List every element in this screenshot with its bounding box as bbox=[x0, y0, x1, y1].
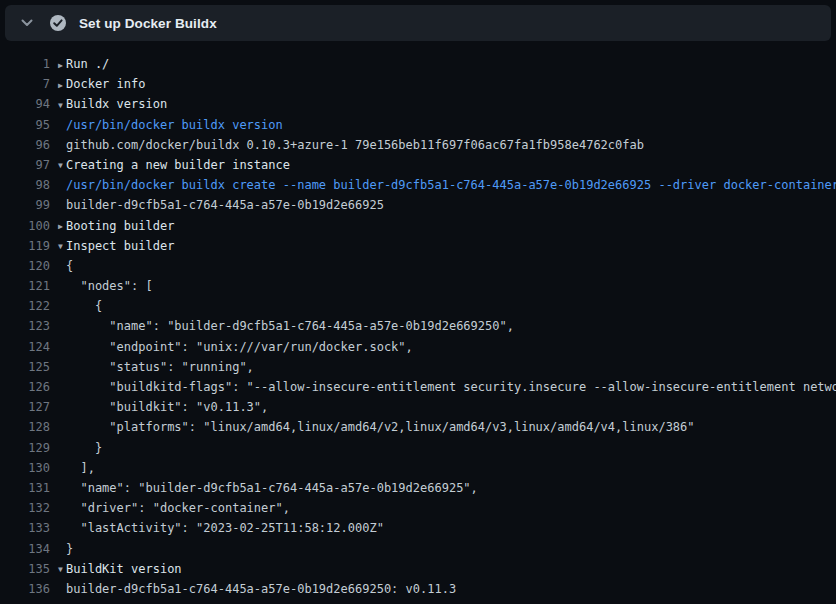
group-title[interactable]: Run ./ bbox=[66, 57, 109, 71]
line-number[interactable]: 134 bbox=[0, 539, 50, 559]
line-number[interactable]: 97 bbox=[0, 155, 50, 175]
line-number[interactable]: 99 bbox=[0, 195, 50, 215]
log-line: 134} bbox=[0, 539, 836, 559]
log-line: 96github.com/docker/buildx 0.10.3+azure-… bbox=[0, 135, 836, 155]
output-text: { bbox=[66, 259, 73, 273]
line-number[interactable]: 121 bbox=[0, 276, 50, 296]
line-number[interactable]: 126 bbox=[0, 377, 50, 397]
line-number[interactable]: 128 bbox=[0, 417, 50, 437]
expand-group-icon[interactable]: ▶ bbox=[58, 76, 66, 96]
log-viewer: 1▶Run ./7▶Docker info94▼Buildx version95… bbox=[0, 41, 836, 599]
check-circle-icon bbox=[49, 14, 67, 32]
log-line: 130 ], bbox=[0, 458, 836, 478]
log-line: 1▶Run ./ bbox=[0, 54, 836, 74]
output-text: "name": "builder-d9cfb5a1-c764-445a-a57e… bbox=[66, 481, 478, 495]
log-line: 125 "status": "running", bbox=[0, 357, 836, 377]
line-number[interactable]: 7 bbox=[0, 74, 50, 94]
group-title[interactable]: Docker info bbox=[66, 77, 145, 91]
log-line: 94▼Buildx version bbox=[0, 94, 836, 114]
output-text: "name": "builder-d9cfb5a1-c764-445a-a57e… bbox=[66, 319, 514, 333]
output-text: } bbox=[66, 542, 73, 556]
line-number[interactable]: 129 bbox=[0, 438, 50, 458]
log-line: 124 "endpoint": "unix:///var/run/docker.… bbox=[0, 337, 836, 357]
command-text: /usr/bin/docker buildx create --name bui… bbox=[66, 178, 836, 192]
log-line: 128 "platforms": "linux/amd64,linux/amd6… bbox=[0, 417, 836, 437]
line-number[interactable]: 120 bbox=[0, 256, 50, 276]
log-line: 123 "name": "builder-d9cfb5a1-c764-445a-… bbox=[0, 316, 836, 336]
line-number[interactable]: 125 bbox=[0, 357, 50, 377]
output-text: } bbox=[66, 441, 102, 455]
line-number[interactable]: 95 bbox=[0, 115, 50, 135]
output-text: { bbox=[66, 299, 102, 313]
output-text: "platforms": "linux/amd64,linux/amd64/v2… bbox=[66, 420, 695, 434]
line-number[interactable]: 131 bbox=[0, 478, 50, 498]
collapse-group-icon[interactable]: ▼ bbox=[58, 156, 66, 176]
line-number[interactable]: 100 bbox=[0, 216, 50, 236]
output-text: "buildkit": "v0.11.3", bbox=[66, 400, 268, 414]
line-number[interactable]: 127 bbox=[0, 397, 50, 417]
line-number[interactable]: 119 bbox=[0, 236, 50, 256]
log-line: 98/usr/bin/docker buildx create --name b… bbox=[0, 175, 836, 195]
log-line: 131 "name": "builder-d9cfb5a1-c764-445a-… bbox=[0, 478, 836, 498]
log-line: 7▶Docker info bbox=[0, 74, 836, 94]
log-line: 127 "buildkit": "v0.11.3", bbox=[0, 397, 836, 417]
line-number[interactable]: 124 bbox=[0, 337, 50, 357]
collapse-group-icon[interactable]: ▼ bbox=[58, 560, 66, 580]
output-text: "endpoint": "unix:///var/run/docker.sock… bbox=[66, 340, 413, 354]
log-line: 97▼Creating a new builder instance bbox=[0, 155, 836, 175]
log-line: 100▶Booting builder bbox=[0, 216, 836, 236]
log-line: 133 "lastActivity": "2023-02-25T11:58:12… bbox=[0, 518, 836, 538]
output-text: "buildkitd-flags": "--allow-insecure-ent… bbox=[66, 380, 836, 394]
group-title[interactable]: Inspect builder bbox=[66, 239, 174, 253]
log-line: 126 "buildkitd-flags": "--allow-insecure… bbox=[0, 377, 836, 397]
line-number[interactable]: 122 bbox=[0, 296, 50, 316]
step-header[interactable]: Set up Docker Buildx bbox=[5, 5, 831, 41]
log-line: 132 "driver": "docker-container", bbox=[0, 498, 836, 518]
log-line: 121 "nodes": [ bbox=[0, 276, 836, 296]
line-number[interactable]: 135 bbox=[0, 559, 50, 579]
group-title[interactable]: Buildx version bbox=[66, 97, 167, 111]
collapse-group-icon[interactable]: ▼ bbox=[58, 237, 66, 257]
line-number[interactable]: 123 bbox=[0, 316, 50, 336]
line-number[interactable]: 98 bbox=[0, 175, 50, 195]
log-line: 136builder-d9cfb5a1-c764-445a-a57e-0b19d… bbox=[0, 579, 836, 599]
output-text: "driver": "docker-container", bbox=[66, 501, 290, 515]
line-number[interactable]: 94 bbox=[0, 94, 50, 114]
output-text: "lastActivity": "2023-02-25T11:58:12.000… bbox=[66, 521, 384, 535]
output-text: builder-d9cfb5a1-c764-445a-a57e-0b19d2e6… bbox=[66, 582, 456, 596]
line-number[interactable]: 133 bbox=[0, 518, 50, 538]
line-number[interactable]: 96 bbox=[0, 135, 50, 155]
log-line: 99builder-d9cfb5a1-c764-445a-a57e-0b19d2… bbox=[0, 195, 836, 215]
group-title[interactable]: Booting builder bbox=[66, 219, 174, 233]
log-lines: 1▶Run ./7▶Docker info94▼Buildx version95… bbox=[0, 54, 836, 599]
output-text: "status": "running", bbox=[66, 360, 254, 374]
collapse-group-icon[interactable]: ▼ bbox=[58, 96, 66, 116]
line-number[interactable]: 1 bbox=[0, 54, 50, 74]
group-title[interactable]: Creating a new builder instance bbox=[66, 158, 290, 172]
line-number[interactable]: 130 bbox=[0, 458, 50, 478]
log-line: 119▼Inspect builder bbox=[0, 236, 836, 256]
output-text: ], bbox=[66, 461, 95, 475]
log-line: 135▼BuildKit version bbox=[0, 559, 836, 579]
step-title: Set up Docker Buildx bbox=[79, 16, 217, 31]
expand-group-icon[interactable]: ▶ bbox=[58, 56, 66, 76]
group-title[interactable]: BuildKit version bbox=[66, 562, 182, 576]
line-number[interactable]: 136 bbox=[0, 579, 50, 599]
log-line: 122 { bbox=[0, 296, 836, 316]
chevron-down-icon[interactable] bbox=[19, 15, 35, 31]
log-line: 129 } bbox=[0, 438, 836, 458]
command-text: /usr/bin/docker buildx version bbox=[66, 118, 283, 132]
output-text: builder-d9cfb5a1-c764-445a-a57e-0b19d2e6… bbox=[66, 198, 384, 212]
line-number[interactable]: 132 bbox=[0, 498, 50, 518]
output-text: "nodes": [ bbox=[66, 279, 153, 293]
log-line: 120{ bbox=[0, 256, 836, 276]
output-text: github.com/docker/buildx 0.10.3+azure-1 … bbox=[66, 138, 644, 152]
expand-group-icon[interactable]: ▶ bbox=[58, 217, 66, 237]
log-line: 95/usr/bin/docker buildx version bbox=[0, 115, 836, 135]
